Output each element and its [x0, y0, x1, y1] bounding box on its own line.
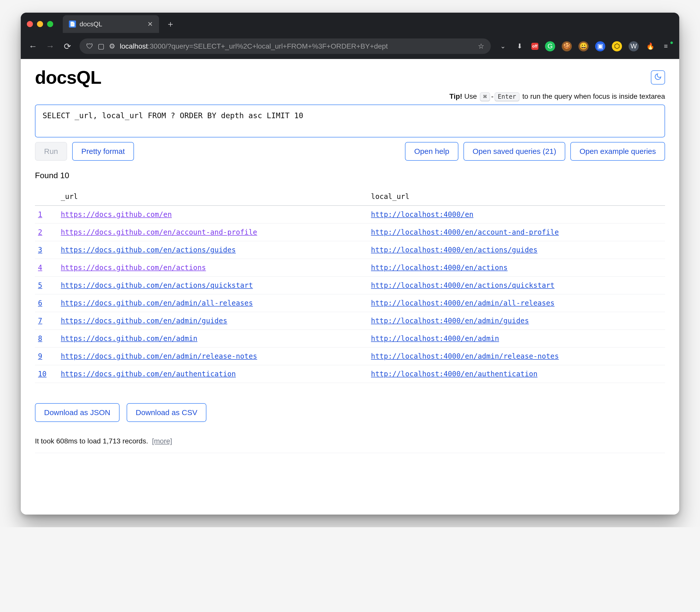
pretty-format-button[interactable]: Pretty format [72, 142, 134, 161]
url-path: :3000/?query=SELECT+_url%2C+local_url+FR… [148, 42, 388, 50]
footer: It took 608ms to load 1,713 records. [mo… [35, 437, 665, 453]
col-url: _url [58, 188, 368, 206]
reload-button[interactable]: ⟳ [62, 41, 72, 51]
extension-green-icon[interactable]: G [545, 41, 555, 51]
close-window-icon[interactable] [27, 21, 33, 27]
table-row: 4https://docs.github.com/en/actionshttp:… [35, 259, 665, 277]
row-url-link[interactable]: https://docs.github.com/en/admin/release… [61, 352, 257, 360]
tab-title: docsQL [80, 20, 144, 28]
pocket-icon[interactable]: ⌄ [498, 41, 508, 51]
page-body: docsQL Tip! Use ⌘-Enter to run the query… [21, 59, 679, 515]
address-bar[interactable]: 🛡 ▢ ⚙ localhost:3000/?query=SELECT+_url%… [80, 39, 491, 54]
extension-badge-off[interactable]: off [531, 43, 538, 50]
page-title: docsQL [35, 67, 101, 88]
new-tab-button[interactable]: ＋ [164, 18, 177, 30]
row-local-url-link[interactable]: http://localhost:4000/en/actions [371, 263, 508, 272]
browser-chrome: 📄 docsQL ✕ ＋ ← → ⟳ 🛡 ▢ ⚙ localhost:3000/… [21, 13, 679, 59]
table-row: 3https://docs.github.com/en/actions/guid… [35, 241, 665, 259]
open-help-button[interactable]: Open help [405, 142, 458, 161]
row-url-link[interactable]: https://docs.github.com/en/account-and-p… [61, 228, 257, 236]
browser-tab[interactable]: 📄 docsQL ✕ [63, 15, 159, 33]
row-url-link[interactable]: https://docs.github.com/en/admin/all-rel… [61, 299, 253, 307]
results-table: _url local_url 1https://docs.github.com/… [35, 188, 665, 383]
window-controls [27, 21, 53, 27]
row-local-url-link[interactable]: http://localhost:4000/en [371, 210, 474, 219]
moon-icon [654, 73, 662, 82]
url-host: localhost [120, 42, 148, 50]
row-url-link[interactable]: https://docs.github.com/en/actions/quick… [61, 281, 253, 290]
tip-use: Use [464, 93, 477, 100]
extension-drop-icon[interactable]: 🔥 [645, 41, 656, 51]
row-url-link[interactable]: https://docs.github.com/en/actions/guide… [61, 246, 236, 254]
shield-icon[interactable]: 🛡 [86, 42, 93, 50]
forward-button[interactable]: → [45, 41, 55, 51]
row-index-link[interactable]: 10 [38, 370, 46, 378]
col-local-url: local_url [368, 188, 665, 206]
tip-suffix: to run the query when focus is inside te… [523, 93, 665, 100]
row-url-link[interactable]: https://docs.github.com/en/admin [61, 334, 197, 343]
row-local-url-link[interactable]: http://localhost:4000/en/authentication [371, 370, 537, 378]
row-url-link[interactable]: https://docs.github.com/en [61, 210, 172, 219]
row-index-link[interactable]: 5 [38, 281, 42, 290]
close-tab-icon[interactable]: ✕ [147, 20, 153, 28]
menu-icon[interactable]: ≡ [662, 41, 672, 51]
row-local-url-link[interactable]: http://localhost:4000/en/actions/guides [371, 246, 537, 254]
extension-zoom-icon[interactable]: ▣ [595, 41, 605, 51]
download-csv-button[interactable]: Download as CSV [126, 403, 206, 422]
row-index-link[interactable]: 7 [38, 317, 42, 325]
row-local-url-link[interactable]: http://localhost:4000/en/admin/release-n… [371, 352, 559, 360]
row-index-link[interactable]: 4 [38, 263, 42, 272]
result-count: Found 10 [35, 171, 665, 180]
toolbar-extensions: ⌄ ⬇ off G 🍪 😀 ▣ ⬡ W 🔥 ≡ [498, 41, 672, 51]
download-json-button[interactable]: Download as JSON [35, 403, 120, 422]
table-row: 9https://docs.github.com/en/admin/releas… [35, 348, 665, 365]
page-info-icon[interactable]: ▢ [98, 42, 104, 50]
maximize-window-icon[interactable] [47, 21, 53, 27]
run-button[interactable]: Run [35, 142, 67, 161]
open-saved-queries-button[interactable]: Open saved queries (21) [463, 142, 565, 161]
tune-icon[interactable]: ⚙ [109, 42, 115, 50]
query-textarea[interactable] [35, 105, 665, 137]
footer-more-link[interactable]: [more] [152, 437, 172, 445]
row-index-link[interactable]: 2 [38, 228, 42, 236]
row-index-link[interactable]: 3 [38, 246, 42, 254]
toolbar: Run Pretty format Open help Open saved q… [35, 142, 665, 161]
col-index [35, 188, 58, 206]
row-index-link[interactable]: 6 [38, 299, 42, 307]
row-local-url-link[interactable]: http://localhost:4000/en/admin [371, 334, 499, 343]
row-index-link[interactable]: 1 [38, 210, 42, 219]
row-local-url-link[interactable]: http://localhost:4000/en/admin/guides [371, 317, 529, 325]
downloads-row: Download as JSON Download as CSV [35, 403, 665, 422]
footer-text: It took 608ms to load 1,713 records. [35, 437, 148, 445]
table-row: 7https://docs.github.com/en/admin/guides… [35, 312, 665, 330]
row-local-url-link[interactable]: http://localhost:4000/en/account-and-pro… [371, 228, 559, 236]
row-index-link[interactable]: 9 [38, 352, 42, 360]
extension-avatar-icon[interactable]: 😀 [578, 41, 589, 51]
browser-window: 📄 docsQL ✕ ＋ ← → ⟳ 🛡 ▢ ⚙ localhost:3000/… [21, 13, 679, 515]
downloads-icon[interactable]: ⬇ [515, 41, 525, 51]
theme-toggle-button[interactable] [651, 70, 665, 85]
kbd-cmd-icon: ⌘ [480, 93, 490, 101]
row-url-link[interactable]: https://docs.github.com/en/authenticatio… [61, 370, 236, 378]
back-button[interactable]: ← [28, 41, 38, 51]
row-local-url-link[interactable]: http://localhost:4000/en/actions/quickst… [371, 281, 555, 290]
minimize-window-icon[interactable] [37, 21, 43, 27]
row-url-link[interactable]: https://docs.github.com/en/actions [61, 263, 206, 272]
table-row: 1https://docs.github.com/enhttp://localh… [35, 206, 665, 223]
open-example-queries-button[interactable]: Open example queries [570, 142, 665, 161]
address-bar-row: ← → ⟳ 🛡 ▢ ⚙ localhost:3000/?query=SELECT… [21, 36, 679, 59]
tip-dash: - [491, 93, 493, 100]
extension-w-icon[interactable]: W [629, 41, 639, 51]
table-header-row: _url local_url [35, 188, 665, 206]
table-row: 10https://docs.github.com/en/authenticat… [35, 365, 665, 383]
extension-hex-icon[interactable]: ⬡ [612, 41, 622, 51]
row-index-link[interactable]: 8 [38, 334, 42, 343]
extension-cookie-icon[interactable]: 🍪 [562, 41, 572, 51]
tab-favicon-icon: 📄 [69, 20, 76, 28]
row-url-link[interactable]: https://docs.github.com/en/admin/guides [61, 317, 227, 325]
url-text: localhost:3000/?query=SELECT+_url%2C+loc… [120, 42, 473, 50]
table-row: 8https://docs.github.com/en/adminhttp://… [35, 330, 665, 348]
row-local-url-link[interactable]: http://localhost:4000/en/admin/all-relea… [371, 299, 555, 307]
table-row: 6https://docs.github.com/en/admin/all-re… [35, 294, 665, 312]
bookmark-star-icon[interactable]: ☆ [478, 42, 484, 50]
